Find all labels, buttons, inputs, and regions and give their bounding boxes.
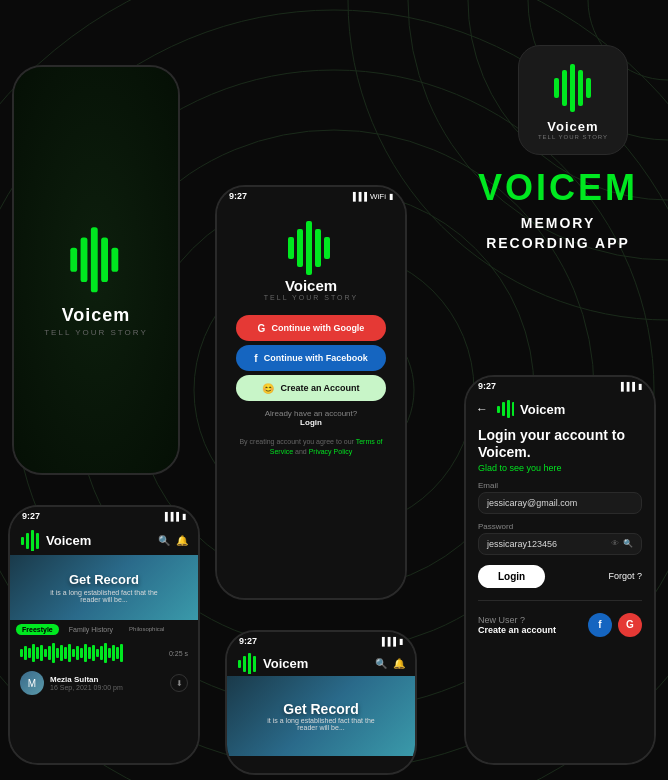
already-have-account-text: Already have an account? Login xyxy=(217,409,405,427)
privacy-policy-link[interactable]: Privacy Policy xyxy=(309,448,353,455)
svg-rect-27 xyxy=(21,537,24,545)
google-signin-button[interactable]: G Continue with Google xyxy=(236,315,386,341)
waveform-time: 0:25 s xyxy=(169,650,188,657)
social-mini-btns: f G xyxy=(588,613,642,637)
svg-rect-26 xyxy=(324,237,330,259)
voicem-heading: VOICEM MEMORY RECORDING APP xyxy=(478,170,638,253)
feed-app-name: Voicem xyxy=(46,533,91,548)
bc-banner: Get Record it is a long established fact… xyxy=(227,676,415,756)
bc-action-icons: 🔍 🔔 xyxy=(375,658,405,669)
terms-text: By creating account you agree to our Ter… xyxy=(217,437,405,457)
user-avatar: M xyxy=(20,671,44,695)
eye-icon[interactable]: 👁 xyxy=(611,539,619,548)
login-logo: Voicem xyxy=(496,399,565,419)
email-field: Email jessicaray@gmail.com xyxy=(478,481,642,514)
status-bar-bc: 9:27 ▐▐▐▮ xyxy=(227,632,415,650)
feed-banner-title: Get Record xyxy=(50,572,157,588)
svg-rect-17 xyxy=(70,248,77,272)
signin-app-name: Voicem xyxy=(285,277,337,294)
audio-waveform[interactable] xyxy=(20,643,165,663)
bc-logo: Voicem xyxy=(237,652,308,674)
status-bar-signin: 9:27 ▐▐▐WiFi▮ xyxy=(217,187,405,205)
svg-rect-35 xyxy=(497,406,500,413)
search-icon[interactable]: 🔍 xyxy=(158,535,170,546)
svg-rect-13 xyxy=(562,70,567,106)
cat-family[interactable]: Family History xyxy=(63,624,119,635)
svg-rect-22 xyxy=(288,237,294,259)
svg-rect-34 xyxy=(253,656,256,672)
back-button[interactable]: ← xyxy=(476,402,488,416)
forgot-link[interactable]: Forgot ? xyxy=(608,571,642,581)
user-name: Mezia Sultan xyxy=(50,675,164,684)
feed-user-row: M Mezia Sultan 16 Sep, 2021 09:00 pm ⬇ xyxy=(10,667,198,699)
splash-app-name: Voicem xyxy=(62,305,131,326)
svg-rect-32 xyxy=(243,656,246,672)
facebook-mini-button[interactable]: f xyxy=(588,613,612,637)
download-icon[interactable]: ⬇ xyxy=(170,674,188,692)
svg-rect-37 xyxy=(507,400,510,418)
phone-signin: 9:27 ▐▐▐WiFi▮ Voicem TELL YOUR STORY G xyxy=(215,185,407,600)
heading-subtitle: MEMORY RECORDING APP xyxy=(478,214,638,253)
password-input[interactable]: jessicaray123456 👁 🔍 xyxy=(478,533,642,555)
email-input[interactable]: jessicaray@gmail.com xyxy=(478,492,642,514)
login-subtitle: Glad to see you here xyxy=(466,463,654,473)
login-header: ← Voicem xyxy=(466,395,654,423)
login-app-name: Voicem xyxy=(520,402,565,417)
svg-rect-12 xyxy=(554,78,559,98)
signin-logo: Voicem TELL YOUR STORY xyxy=(217,217,405,301)
login-title: Login your account to Voicem. xyxy=(466,427,654,461)
svg-rect-15 xyxy=(578,70,583,106)
login-button[interactable]: Login xyxy=(478,565,545,588)
svg-rect-20 xyxy=(101,237,108,282)
bc-banner-title: Get Record xyxy=(267,701,374,717)
new-user-row: New User ? Create an account f G xyxy=(478,613,642,637)
feed-action-icons: 🔍 🔔 xyxy=(158,535,188,546)
splash-tagline: TELL YOUR STORY xyxy=(44,328,148,337)
bell-icon[interactable]: 🔔 xyxy=(176,535,188,546)
bc-header: Voicem 🔍 🔔 xyxy=(227,650,415,676)
phone-feed-2: 9:27 ▐▐▐▮ Voicem 🔍 🔔 xyxy=(225,630,417,775)
cat-philo[interactable]: Philosophical xyxy=(123,624,170,635)
bc-search-icon[interactable]: 🔍 xyxy=(375,658,387,669)
feed-banner: Get Record it is a long established fact… xyxy=(10,555,198,620)
bc-bell-icon[interactable]: 🔔 xyxy=(393,658,405,669)
splash-logo xyxy=(66,223,126,297)
cat-freestyle[interactable]: Freestyle xyxy=(16,624,59,635)
svg-rect-23 xyxy=(297,229,303,267)
category-tabs: Freestyle Family History Philosophical xyxy=(10,620,198,639)
feed-logo: Voicem xyxy=(20,529,91,551)
create-account-link[interactable]: Create an account xyxy=(478,625,556,635)
heading-title: VOICEM xyxy=(478,170,638,206)
waveform-row: 0:25 s xyxy=(10,639,198,667)
svg-rect-36 xyxy=(502,402,505,416)
app-icon-name: Voicem xyxy=(547,119,598,134)
login-btn-row: Login Forgot ? xyxy=(478,565,642,588)
svg-rect-33 xyxy=(248,653,251,674)
svg-rect-19 xyxy=(91,227,98,292)
app-icon-logo-svg xyxy=(548,60,598,115)
google-mini-button[interactable]: G xyxy=(618,613,642,637)
svg-rect-25 xyxy=(315,229,321,267)
phone-splash: Voicem TELL YOUR STORY xyxy=(12,65,180,475)
feed-header: Voicem 🔍 🔔 xyxy=(10,525,198,555)
svg-rect-29 xyxy=(31,530,34,551)
app-icon-tagline: TELL YOUR STORY xyxy=(538,134,608,140)
user-date: 16 Sep, 2021 09:00 pm xyxy=(50,684,164,691)
svg-rect-28 xyxy=(26,533,29,549)
status-bar-login: 9:27 ▐▐▐▮ xyxy=(466,377,654,395)
svg-rect-31 xyxy=(238,660,241,668)
svg-rect-21 xyxy=(111,248,118,272)
bc-app-name: Voicem xyxy=(263,656,308,671)
user-info: Mezia Sultan 16 Sep, 2021 09:00 pm xyxy=(50,675,164,691)
facebook-signin-button[interactable]: f Continue with Facebook xyxy=(236,345,386,371)
new-user-text: New User ? xyxy=(478,615,556,625)
status-bar-feed: 9:27 ▐▐▐▮ xyxy=(10,507,198,525)
svg-rect-24 xyxy=(306,221,312,275)
svg-rect-18 xyxy=(81,237,88,282)
create-account-button[interactable]: 😊 Create an Account xyxy=(236,375,386,401)
login-link[interactable]: Login xyxy=(300,418,322,427)
app-icon-box: Voicem TELL YOUR STORY xyxy=(518,45,628,155)
password-field: Password jessicaray123456 👁 🔍 xyxy=(478,522,642,555)
eye-slash-icon[interactable]: 🔍 xyxy=(623,539,633,548)
svg-rect-38 xyxy=(512,402,514,416)
